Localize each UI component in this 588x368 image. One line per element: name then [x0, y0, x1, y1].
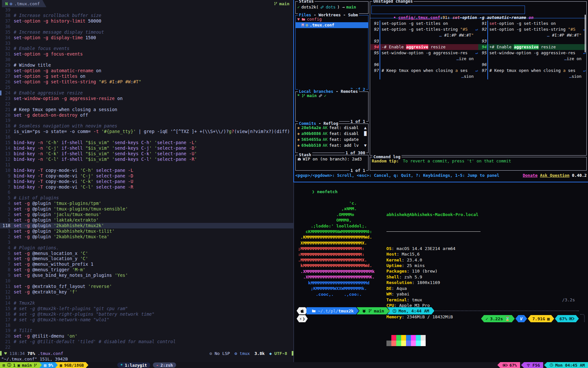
- lazygit-pane[interactable]: Status ✓dots2k(dots) →main Files - Workt…: [294, 0, 588, 182]
- code-line[interactable]: 24# Enable aggressive resize: [0, 90, 293, 96]
- commit-list[interactable]: ◈28e54a2eAKfeat: disabl▲◈a90b0886AKfeat:…: [296, 125, 368, 148]
- cwd-segment[interactable]: ~/.t/pl/tmux2k: [306, 307, 359, 314]
- diff-row[interactable]: 95set-window-option -g aggressive-res↵95…: [370, 50, 586, 56]
- code-line[interactable]: 3set -g @plugin 'tmux-plugins/tmux-sensi…: [0, 206, 293, 212]
- code-line[interactable]: 20set -g detach-on-destroy off: [0, 112, 293, 118]
- tmux-window-lazygit[interactable]: *1:lazygit: [117, 362, 150, 368]
- commits-scrollbar[interactable]: █: [364, 131, 367, 137]
- code-line[interactable]: 7bind-key -T copy-mode-vi 'C-l' select-p…: [0, 184, 293, 190]
- code-line[interactable]: 34set-option -g display-time 1500: [0, 35, 293, 41]
- code-line[interactable]: 6set -g @menus_location_y 'C': [0, 256, 293, 261]
- diff-row[interactable]: 97# Keep tmux open when closing a ses↵97…: [370, 68, 586, 74]
- code-line[interactable]: 25: [0, 85, 293, 90]
- terminal-pane[interactable]: ❯ neofetch 'c. ,xNMM. .OMMMMo OMMM0, .;l…: [294, 182, 588, 362]
- code-line[interactable]: 21# set -g @tilit-default 'tiled' # disa…: [0, 339, 293, 344]
- commits-scrollbar[interactable]: [364, 137, 367, 142]
- code-line[interactable]: 118set -g @plugin '2kabhishek/tmux2k': [0, 223, 293, 228]
- lazygit-main-panel[interactable]: Unstaged changes • config/.tmux.conf:91:…: [370, 1, 587, 156]
- code-line[interactable]: 12bind-key -n 'C-l' if-shell "$is_vim" '…: [0, 157, 293, 162]
- code-line[interactable]: 1set -g @plugin 'laktak/extrakto': [0, 217, 293, 223]
- code-line[interactable]: 7set -g @menus_without_prefix 1: [0, 261, 293, 267]
- code-line[interactable]: 14# Tmux2k: [0, 300, 293, 306]
- code-line[interactable]: 11: [0, 162, 293, 168]
- code-line[interactable]: 33: [0, 41, 293, 46]
- nvim-buffer-tab[interactable]: N ⚙ .tmux.conf: [2, 0, 46, 7]
- code-line[interactable]: 13: [0, 295, 293, 300]
- commit-row[interactable]: ◈a90b0886AKfeat: disabl█: [296, 131, 368, 137]
- code-line[interactable]: 2set -g @plugin 'jaclu/tmux-menus': [0, 212, 293, 217]
- diff-row[interactable]: …ize on…ize on: [370, 56, 586, 62]
- code-line[interactable]: 8bind-key -T copy-mode-vi 'C-k' select-p…: [0, 179, 293, 184]
- code-line[interactable]: 37set-option -g history-limit 50000: [0, 18, 293, 24]
- code-line[interactable]: 31set-option -g focus-events: [0, 51, 293, 57]
- git-segment[interactable]: main: [357, 307, 389, 314]
- commit-row[interactable]: ◈5654655aAKfeat: update: [296, 137, 368, 142]
- code-line[interactable]: 17is_vim="ps -o state= -o comm= -t '#{pa…: [0, 129, 293, 134]
- code-line[interactable]: 4set -g @plugin 'tmux-plugins/tpm': [0, 201, 293, 206]
- code-line[interactable]: 19# Tilit: [0, 328, 293, 333]
- code-line[interactable]: 36: [0, 24, 293, 29]
- code-line[interactable]: 1set -g @plugin '2kabhishek/tmux-tilit': [0, 228, 293, 234]
- code-line[interactable]: 32# Enable focus events: [0, 46, 293, 51]
- lazygit-branches-panel[interactable]: Local branches - Remotes * main ✓ 1 of 1: [295, 92, 368, 122]
- file-tree-file-row-selected[interactable]: M ⚙ .tmux.conf: [296, 22, 368, 28]
- code-line[interactable]: 3: [0, 240, 293, 245]
- diff-row[interactable]: 92set-option -g set-titles-string "#S↵92…: [370, 26, 586, 32]
- code-line[interactable]: 18# Seamless navigation with neovim pane…: [0, 123, 293, 129]
- code-line[interactable]: 8set -g @menus_trigger 'M-m': [0, 267, 293, 273]
- code-line[interactable]: 23set-window-option -g aggressive-resize…: [0, 96, 293, 101]
- commits-scrollbar[interactable]: ▼: [364, 142, 367, 148]
- diff-scrollbar[interactable]: [585, 15, 586, 52]
- code-line[interactable]: 27set-option -g set-titles on: [0, 74, 293, 79]
- diff-view[interactable]: 91set-option -g set-titles on91set-optio…: [370, 21, 586, 79]
- diff-row[interactable]: 94-# Enable aggresive resize94+# Enable …: [370, 44, 586, 50]
- code-line[interactable]: 13bind-key -n 'C-k' if-shell "$is_vim" '…: [0, 151, 293, 157]
- tmux-window-zsh[interactable]: -2:zsh: [153, 362, 176, 368]
- code-line[interactable]: 9bind-key -T copy-mode-vi 'C-j' select-p…: [0, 173, 293, 179]
- diff-section-header[interactable]: • config/.tmux.conf:91: set-option -g au…: [371, 6, 525, 14]
- commits-scrollbar[interactable]: ▲: [364, 125, 367, 131]
- code-line[interactable]: 5set -g @menus_location_x 'C': [0, 251, 293, 256]
- code-line[interactable]: 20set -g @tilit-dmenu 'on': [0, 333, 293, 339]
- diff-row[interactable]: 9393: [370, 38, 586, 44]
- code-line[interactable]: 5# List of plugins: [0, 195, 293, 201]
- ask-question-link[interactable]: Ask Question: [540, 173, 569, 178]
- editor-buffer[interactable]: 3938# Increase scrollback buffer size37s…: [0, 7, 293, 350]
- code-line[interactable]: 39: [0, 7, 293, 13]
- code-line[interactable]: 30: [0, 57, 293, 62]
- code-line[interactable]: 15# set -g @tmux2k-left-plugins "git cpu…: [0, 306, 293, 311]
- code-line[interactable]: 38# Increase scrollback buffer size: [0, 13, 293, 18]
- code-line[interactable]: 19: [0, 118, 293, 123]
- code-line[interactable]: 15bind-key -n 'C-h' if-shell "$is_vim" '…: [0, 140, 293, 145]
- code-line[interactable]: 12set -g @extrakto_key 'f': [0, 289, 293, 295]
- lazygit-stash-panel[interactable]: Stash WIP on (no branch): 2ad3 1 of 1: [295, 155, 368, 171]
- code-line[interactable]: 35# Increase message display timeout: [0, 29, 293, 35]
- code-line[interactable]: 14bind-key -n 'C-j' if-shell "$is_vim" '…: [0, 145, 293, 151]
- code-line[interactable]: 16# set -g @tmux2k-right-plugins "batter…: [0, 311, 293, 317]
- code-line[interactable]: 21# Keep tmux open when closing a sessio…: [0, 107, 293, 112]
- code-line[interactable]: 6: [0, 190, 293, 195]
- code-line[interactable]: 10: [0, 278, 293, 284]
- commit-row[interactable]: ◈69ebb510AKfeat: add lv▼: [296, 142, 368, 148]
- code-line[interactable]: 10bind-key -T copy-mode-vi 'C-h' select-…: [0, 168, 293, 173]
- code-line[interactable]: 4# Plugin options.: [0, 245, 293, 251]
- donate-link[interactable]: Donate: [523, 173, 537, 178]
- code-line[interactable]: 9set -g @use_bind_key_notes_in_plugins '…: [0, 273, 293, 278]
- lazygit-status-panel[interactable]: Status ✓dots2k(dots) →main: [295, 1, 368, 14]
- code-line[interactable]: 29# Window title: [0, 62, 293, 68]
- code-line[interactable]: 18: [0, 323, 293, 328]
- diff-row[interactable]: …sion…sion: [370, 74, 586, 79]
- code-line[interactable]: 22: [0, 101, 293, 107]
- code-line[interactable]: 17# set -g @tmux2k-network-name "wlo1": [0, 317, 293, 323]
- code-line[interactable]: 16: [0, 134, 293, 140]
- nvim-pane[interactable]: N ⚙ .tmux.conf main 3938# Increase scrol…: [0, 0, 293, 362]
- diff-row[interactable]: 9696: [370, 62, 586, 68]
- lazygit-commits-panel[interactable]: Commits - Reflog ◈28e54a2eAKfeat: disabl…: [295, 124, 368, 153]
- code-line[interactable]: 22: [0, 344, 293, 350]
- code-line[interactable]: 26set-option -g set-titles-string "#S #I…: [0, 79, 293, 85]
- lazygit-files-panel[interactable]: Files - Worktrees - Subm ▼ config M ⚙ .t…: [295, 15, 368, 90]
- diff-row[interactable]: 91set-option -g set-titles on91set-optio…: [370, 21, 586, 26]
- session-segment[interactable]: ⊞ⓘ1▣main: [0, 362, 42, 368]
- diff-row[interactable]: … #I:#P #W:#T"… #I:#P #W:#T": [370, 32, 586, 38]
- code-line[interactable]: 28set-option -g automatic-rename on: [0, 68, 293, 74]
